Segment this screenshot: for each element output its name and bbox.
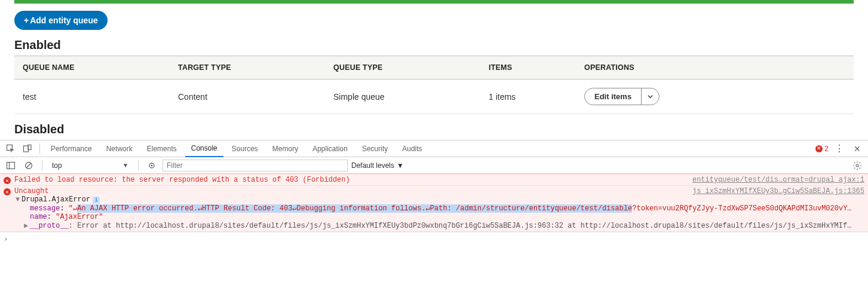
- error-icon: ✕: [815, 145, 823, 152]
- disclosure-open-icon[interactable]: ▼: [16, 195, 22, 204]
- tab-memory[interactable]: Memory: [266, 140, 304, 157]
- console-filter-input[interactable]: [162, 160, 348, 172]
- tab-security[interactable]: Security: [356, 140, 394, 157]
- divider: [42, 160, 42, 171]
- kebab-menu-icon[interactable]: ⋮: [832, 142, 846, 156]
- disclosure-closed-icon[interactable]: ▶: [24, 221, 30, 230]
- caret-down-icon: ▼: [397, 161, 404, 170]
- error-count: 2: [824, 145, 829, 153]
- tab-audits[interactable]: Audits: [396, 140, 428, 157]
- info-icon[interactable]: i: [93, 197, 100, 204]
- edit-items-label[interactable]: Edit items: [585, 88, 641, 105]
- proto-value: : Error at http://localhost.drupal8/site…: [69, 222, 852, 230]
- inspect-element-icon[interactable]: [4, 142, 18, 156]
- col-operations: OPERATIONS: [576, 56, 854, 79]
- table-row: test Content Simple queue 1 items Edit i…: [14, 79, 854, 114]
- col-queue-type[interactable]: QUEUE TYPE: [325, 56, 480, 79]
- svg-line-6: [26, 163, 31, 168]
- device-toolbar-icon[interactable]: [20, 142, 35, 156]
- execution-context-select[interactable]: top ▼: [48, 159, 132, 172]
- col-items[interactable]: ITEMS: [480, 56, 576, 79]
- console-error-row[interactable]: ✕ Uncaught js_ixSzmHxYMIfXEUy3b…gCiw5SaB…: [0, 186, 868, 232]
- svg-point-9: [856, 164, 858, 167]
- console-toolbar: top ▼ Default levels ▼: [0, 157, 868, 174]
- status-success-bar: [14, 0, 854, 4]
- error-message: Uncaught: [14, 187, 688, 195]
- caret-down-icon: [648, 94, 653, 99]
- divider: [138, 160, 139, 171]
- clear-console-icon[interactable]: [22, 158, 36, 173]
- plus-icon: +: [24, 16, 29, 25]
- tab-performance[interactable]: Performance: [45, 140, 98, 157]
- console-error-row[interactable]: ✕ Failed to load resource: the server re…: [0, 174, 868, 186]
- console-output: ✕ Failed to load resource: the server re…: [0, 174, 868, 246]
- execution-context-value: top: [52, 161, 62, 170]
- error-message: Failed to load resource: the server resp…: [14, 176, 688, 184]
- error-count-badge[interactable]: ✕ 2: [815, 145, 829, 153]
- devtools-panel: Performance Network Elements Console Sou…: [0, 140, 868, 246]
- close-devtools-icon[interactable]: ✕: [850, 142, 864, 156]
- divider: [39, 143, 40, 154]
- tab-application[interactable]: Application: [306, 140, 354, 157]
- add-entity-queue-button[interactable]: +Add entity queue: [14, 11, 108, 30]
- cell-items: 1 items: [480, 79, 576, 114]
- proto-key: __proto__: [30, 222, 69, 230]
- console-settings-icon[interactable]: [850, 158, 864, 173]
- log-levels-select[interactable]: Default levels ▼: [351, 161, 404, 170]
- console-sidebar-toggle-icon[interactable]: [4, 158, 18, 173]
- col-target-type[interactable]: TARGET TYPE: [170, 56, 325, 79]
- svg-rect-3: [7, 162, 15, 169]
- prop-value-prefix: "↵: [69, 204, 77, 213]
- prop-value: "AjaxError": [56, 213, 103, 221]
- object-property[interactable]: name: "AjaxError": [16, 213, 864, 221]
- cell-target-type: Content: [170, 79, 325, 114]
- log-levels-value: Default levels: [351, 161, 394, 170]
- tab-console[interactable]: Console: [185, 140, 223, 157]
- add-entity-queue-label: Add entity queue: [30, 16, 98, 25]
- live-expression-icon[interactable]: [145, 158, 159, 173]
- devtools-tab-bar: Performance Network Elements Console Sou…: [0, 140, 868, 157]
- tab-network[interactable]: Network: [100, 140, 139, 157]
- object-header[interactable]: ▼Drupal.AjaxErrori: [16, 195, 864, 204]
- prop-value-tail: ?token=vuu2RQfyZJyy-TzdXwSP7SeeS0dQKAPdM…: [632, 204, 851, 213]
- tab-sources[interactable]: Sources: [226, 140, 264, 157]
- prop-value-highlight: An AJAX HTTP error occurred.↵HTTP Result…: [77, 204, 632, 213]
- error-icon: ✕: [4, 188, 11, 195]
- edit-items-dropbutton[interactable]: Edit items: [584, 88, 660, 105]
- caret-down-icon: ▼: [122, 162, 128, 169]
- console-prompt[interactable]: ›: [0, 232, 868, 246]
- prop-key: name: [30, 213, 47, 221]
- cell-operations: Edit items: [576, 79, 854, 114]
- prop-key: message: [30, 204, 60, 213]
- object-class-name: Drupal.AjaxError: [22, 195, 90, 204]
- svg-point-8: [151, 164, 153, 166]
- cell-queue-name: test: [14, 79, 170, 114]
- enabled-heading: Enabled: [14, 38, 854, 52]
- object-property[interactable]: message: "↵An AJAX HTTP error occurred.↵…: [16, 204, 864, 213]
- col-queue-name[interactable]: QUEUE NAME: [14, 56, 170, 79]
- error-source-link[interactable]: entityqueue/test/dis…ormat=drupal_ajax:1: [692, 176, 864, 184]
- disabled-heading: Disabled: [14, 123, 854, 136]
- svg-rect-1: [24, 146, 29, 152]
- object-proto[interactable]: ▶__proto__: Error at http://localhost.dr…: [16, 221, 864, 230]
- tab-elements[interactable]: Elements: [141, 140, 183, 157]
- enabled-queues-table: QUEUE NAME TARGET TYPE QUEUE TYPE ITEMS …: [14, 56, 854, 114]
- error-source-link[interactable]: js_ixSzmHxYMIfXEUy3b…gCiw5SaBEJA.js:1365: [692, 187, 864, 195]
- cell-queue-type: Simple queue: [325, 79, 480, 114]
- error-icon: ✕: [4, 177, 11, 184]
- operations-caret[interactable]: [641, 88, 659, 105]
